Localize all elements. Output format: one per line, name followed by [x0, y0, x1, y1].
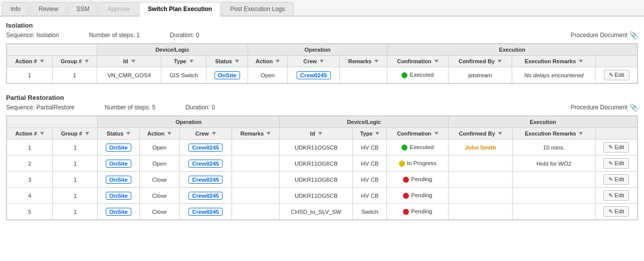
pr-filter-action-num[interactable]	[40, 132, 44, 136]
pr-row5-type: Switch	[353, 204, 387, 220]
isolation-clip-icon[interactable]: 📎	[629, 31, 638, 39]
pr-row3-dot	[403, 177, 409, 183]
isolation-filter-crew[interactable]	[320, 60, 324, 64]
isolation-filter-type[interactable]	[189, 60, 193, 64]
pr-th-type: Type	[353, 128, 387, 140]
isolation-filter-remarks[interactable]	[374, 60, 378, 64]
pr-row5-status[interactable]: OnSite	[98, 204, 139, 220]
pr-th-action-num: Action #	[7, 128, 53, 140]
pr-row5-edit-button[interactable]: ✎ Edit	[603, 206, 629, 217]
pr-row4-status[interactable]: OnSite	[98, 188, 139, 204]
pr-filter-type[interactable]	[375, 132, 379, 136]
pr-row1-edit-button[interactable]: ✎ Edit	[603, 142, 629, 153]
isolation-row1-edit-cell: ✎ Edit	[596, 67, 637, 83]
isolation-th-status: Status	[206, 56, 248, 67]
pr-col-group-device: Device/Logic	[280, 116, 449, 128]
pr-filter-action[interactable]	[167, 132, 171, 136]
tab-switch-plan-execution[interactable]: Switch Plan Execution	[139, 2, 221, 17]
pr-row1-dot	[401, 145, 407, 151]
isolation-filter-exec-remarks[interactable]	[579, 60, 583, 64]
pr-row2-action-num: 2	[7, 156, 53, 172]
isolation-filter-group-num[interactable]	[85, 60, 89, 64]
isolation-row1-edit-button[interactable]: ✎ Edit	[604, 70, 629, 80]
isolation-filter-id[interactable]	[131, 60, 135, 64]
tab-info[interactable]: Info	[2, 2, 29, 16]
pr-row5-group-num: 1	[53, 204, 98, 220]
isolation-th-action: Action	[248, 56, 288, 67]
pr-row3-status[interactable]: OnSite	[98, 172, 139, 188]
pr-row4-action: Close	[139, 188, 179, 204]
pr-col-group-execution: Execution	[449, 116, 637, 128]
pr-row4-group-num: 1	[53, 188, 98, 204]
isolation-th-exec-remarks: Execution Remarks	[512, 56, 595, 67]
pr-filter-status[interactable]	[126, 132, 130, 136]
pr-row2-edit-button[interactable]: ✎ Edit	[603, 158, 629, 169]
pr-row5-remarks	[232, 204, 279, 220]
pr-row5-confirmed-by	[449, 204, 513, 220]
pr-row1-action: Open	[139, 140, 179, 156]
pr-row5-action-num: 5	[7, 204, 53, 220]
partial-restoration-title: Partial Restoration	[6, 94, 638, 101]
pr-filter-confirmed-by[interactable]	[498, 132, 502, 136]
partial-restoration-clip-icon[interactable]: 📎	[629, 103, 638, 111]
isolation-row1-type: GIS Switch	[161, 67, 206, 83]
pr-row1-confirmation: Executed	[387, 140, 449, 156]
pr-filter-crew[interactable]	[212, 132, 216, 136]
pr-th-crew: Crew	[179, 128, 232, 140]
isolation-filter-status[interactable]	[235, 60, 239, 64]
tab-approve: Approve	[99, 2, 138, 16]
table-row: 1 1 OnSite Open Crew0245 UDKR11OG5CB HV …	[7, 140, 637, 156]
pr-row2-dot	[399, 161, 405, 167]
pr-row2-type: HV CB	[353, 156, 387, 172]
pr-col-group-empty	[7, 116, 98, 128]
table-row: 3 1 OnSite Close Crew0245 UDKR11OG6CB HV…	[7, 172, 637, 188]
pr-filter-remarks[interactable]	[267, 132, 271, 136]
pr-filter-exec-remarks[interactable]	[579, 132, 583, 136]
isolation-filter-action-num[interactable]	[40, 60, 44, 64]
pr-filter-confirmation[interactable]	[435, 132, 439, 136]
pr-row3-edit-button[interactable]: ✎ Edit	[603, 174, 629, 185]
pr-row4-edit-button[interactable]: ✎ Edit	[603, 190, 629, 201]
isolation-row1-status[interactable]: OnSite	[206, 67, 248, 83]
isolation-th-confirmation: Confirmation	[387, 56, 448, 67]
isolation-th-crew: Crew	[288, 56, 340, 67]
tab-review[interactable]: Review	[30, 2, 67, 16]
pr-row1-exec-remarks: 10 mins.	[513, 140, 596, 156]
main-content: Isolation Sequence: Isolation Number of …	[0, 17, 644, 235]
isolation-row1-action-num: 1	[7, 67, 53, 83]
pr-row3-crew: Crew0245	[179, 172, 232, 188]
pr-th-confirmed-by: Confirmed By	[449, 128, 513, 140]
pr-th-action: Action	[139, 128, 179, 140]
pr-filter-group-num[interactable]	[85, 132, 89, 136]
pr-row3-remarks	[232, 172, 279, 188]
isolation-title: Isolation	[6, 22, 638, 29]
tab-post-execution-logs[interactable]: Post Execution Logs	[222, 2, 293, 16]
pr-row4-confirmation: Pending	[387, 188, 449, 204]
isolation-row1-dot	[401, 72, 407, 78]
pr-th-edit-col	[595, 128, 637, 140]
pr-row2-crew: Crew0245	[179, 156, 232, 172]
isolation-filter-confirmed-by[interactable]	[498, 60, 502, 64]
table-row: 2 1 OnSite Open Crew0245 UDKR11OG6CB HV …	[7, 156, 637, 172]
pr-th-remarks: Remarks	[232, 128, 279, 140]
pr-row2-status[interactable]: OnSite	[98, 156, 139, 172]
pr-row5-confirmation: Pending	[387, 204, 449, 220]
pr-row1-status[interactable]: OnSite	[98, 140, 139, 156]
isolation-table-wrap: Device/Logic Operation Execution Action …	[6, 43, 638, 84]
pr-row5-action: Close	[139, 204, 179, 220]
pr-filter-id[interactable]	[318, 132, 322, 136]
isolation-row1-group-num: 1	[52, 67, 97, 83]
isolation-filter-action[interactable]	[276, 60, 280, 64]
table-row: 5 1 OnSite Close Crew0245 CHSD_to_SLV_SW…	[7, 204, 637, 220]
isolation-duration: Duration: 0	[170, 32, 199, 39]
pr-row2-action: Open	[139, 156, 179, 172]
isolation-row1-confirmed-by: jetstream	[449, 67, 512, 83]
isolation-col-group-operation: Operation	[248, 44, 387, 56]
isolation-col-group-empty	[7, 44, 97, 56]
isolation-row1-confirmation: Executed	[387, 67, 448, 83]
pr-th-id: Id	[280, 128, 353, 140]
pr-row2-confirmation: In Progress	[387, 156, 449, 172]
isolation-filter-confirmation[interactable]	[435, 60, 439, 64]
partial-restoration-steps: Number of steps: 5	[105, 104, 155, 111]
tab-ssm[interactable]: SSM	[68, 2, 98, 16]
